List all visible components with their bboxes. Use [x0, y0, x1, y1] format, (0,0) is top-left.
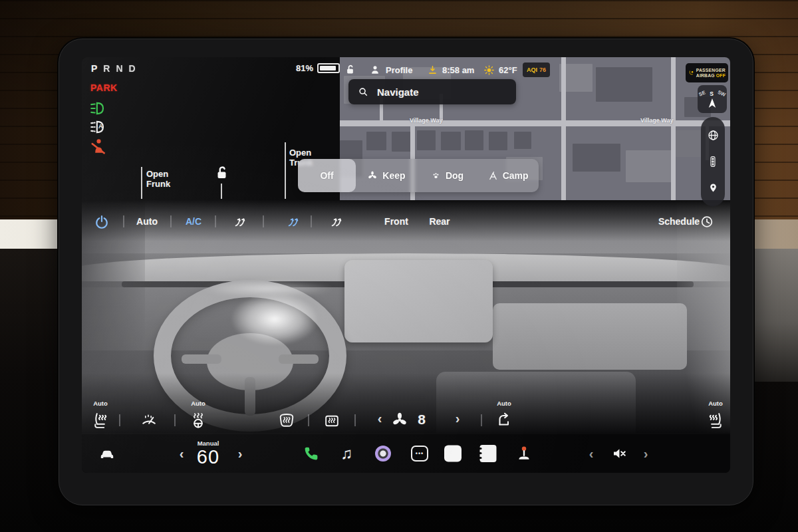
map-building	[489, 132, 507, 150]
compass-letter: S	[710, 90, 714, 97]
right-gray-panel	[749, 249, 798, 382]
app-square-icon	[444, 446, 462, 462]
screen-bezel: PRND PARK A	[59, 39, 753, 505]
media-app-icon	[375, 446, 391, 462]
gear-p[interactable]: P	[91, 63, 97, 74]
fan-speed-increase-button[interactable]: ›	[456, 412, 460, 425]
tent-icon	[488, 171, 498, 181]
power-icon	[94, 214, 110, 229]
keep-option-keep[interactable]: Keep	[356, 159, 417, 192]
seatbelt-warning-icon	[89, 138, 108, 155]
temperature-increase-button[interactable]: ›	[238, 447, 243, 460]
media-app-button[interactable]	[375, 446, 391, 462]
keep-option-camp[interactable]: Camp	[477, 159, 539, 192]
joystick-icon	[515, 445, 533, 462]
map-building	[626, 150, 672, 182]
street-label: Village Way	[410, 117, 443, 124]
temperature-decrease-button[interactable]: ‹	[180, 447, 184, 460]
paw-icon	[431, 171, 441, 181]
aqi-badge: AQI76	[523, 63, 550, 77]
schedule-clock-icon[interactable]	[700, 211, 714, 231]
navigate-search[interactable]: Navigate	[348, 79, 516, 104]
fan-speed-icon	[392, 412, 408, 428]
driver-seat-heater-button[interactable]	[92, 412, 110, 430]
keep-option-dog[interactable]: Dog	[417, 159, 478, 192]
front-climate-tab[interactable]: Front	[384, 211, 408, 231]
map-building	[514, 132, 531, 149]
open-frunk-button[interactable]: OpenFrunk	[146, 169, 170, 189]
front-defrost-icon	[278, 412, 296, 430]
rear-defrost-button[interactable]	[323, 412, 341, 430]
ellipsis-icon: •••	[411, 446, 428, 462]
climate-quick-controls: Auto Auto	[82, 400, 730, 433]
low-beam-indicator-icon	[89, 100, 108, 117]
unlock-icon[interactable]	[213, 164, 229, 182]
music-app-button[interactable]: ♫	[340, 444, 352, 463]
climate-auto-button[interactable]: Auto	[136, 211, 158, 231]
traffic-toggle-button[interactable]	[708, 155, 718, 168]
phone-app-button[interactable]	[303, 446, 320, 462]
wiper-icon	[140, 412, 157, 428]
arcade-app-button[interactable]	[515, 445, 533, 462]
passenger-seat-heater-button[interactable]	[707, 412, 725, 430]
front-defrost-button[interactable]	[278, 412, 296, 430]
wiper-button[interactable]	[140, 412, 157, 428]
map-building	[596, 67, 652, 102]
air-distribution-mid-button[interactable]	[286, 211, 301, 231]
cabin-temperature-control[interactable]: Manual 60	[197, 440, 219, 467]
map-road	[671, 57, 676, 200]
keep-climate-selector: Off Keep Dog Camp	[298, 159, 539, 192]
vent-arrows-icon	[233, 214, 247, 229]
volume-up-button[interactable]: ›	[644, 447, 648, 460]
aqi-value: 76	[539, 66, 546, 73]
climate-power-button[interactable]	[94, 211, 110, 231]
compass-widget[interactable]: SE S SW	[698, 85, 727, 113]
gear-n[interactable]: N	[116, 63, 122, 74]
keep-option-off[interactable]: Off	[298, 159, 356, 192]
outside-temperature[interactable]: 62°F	[483, 63, 517, 77]
touchscreen-display[interactable]: PRND PARK A	[82, 57, 730, 473]
rear-defrost-icon	[323, 412, 341, 430]
map-building	[366, 132, 386, 150]
airbag-word2: AIRBAG	[696, 73, 715, 78]
battery-percent: 81%	[296, 63, 313, 73]
street-label: Village Way	[640, 117, 674, 124]
volume-down-button[interactable]: ‹	[589, 447, 594, 460]
recirculation-auto-label: Auto	[497, 400, 511, 407]
notebook-icon	[480, 445, 497, 462]
air-recirculation-button[interactable]	[495, 412, 513, 429]
vehicle-controls-button[interactable]	[97, 445, 117, 462]
schedule-button[interactable]: Schedule	[658, 211, 700, 231]
car-icon	[97, 445, 117, 462]
trunk-pointer-line	[285, 142, 286, 199]
ac-button[interactable]: A/C	[186, 211, 201, 231]
map-style-globe-button[interactable]	[707, 129, 720, 142]
aqi-label: AQI	[527, 66, 537, 73]
compass-letter: SW	[716, 89, 726, 98]
heated-steering-wheel-button[interactable]	[190, 412, 207, 430]
volume-mute-button[interactable]	[610, 446, 628, 462]
rear-climate-tab[interactable]: Rear	[429, 211, 450, 231]
profile-menu[interactable]: Profile	[369, 63, 412, 77]
fan-speed-decrease-button[interactable]: ‹	[378, 412, 382, 425]
location-pin-button[interactable]	[708, 182, 719, 194]
air-distribution-face-button[interactable]	[233, 211, 247, 231]
vent-arrows-icon-active	[286, 214, 301, 229]
heading-arrow-icon	[708, 98, 717, 108]
software-update-status[interactable]: 8:58 am	[427, 63, 474, 77]
temperature-value: 62°F	[499, 65, 517, 75]
all-apps-button[interactable]: •••	[411, 446, 428, 462]
notes-app-button[interactable]	[480, 445, 497, 462]
photo-of-tesla-touchscreen: PRND PARK A	[0, 0, 798, 532]
map-building	[417, 130, 436, 150]
map-building	[441, 132, 461, 150]
fan-icon	[367, 170, 378, 181]
lock-icon[interactable]	[344, 63, 356, 77]
gear-d[interactable]: D	[129, 63, 136, 74]
pinned-app-button[interactable]	[444, 446, 462, 462]
passenger-dash-panel	[493, 303, 687, 370]
gear-selector[interactable]: PRND	[91, 63, 142, 74]
air-distribution-feet-button[interactable]	[329, 211, 344, 231]
gear-r[interactable]: R	[103, 63, 110, 74]
passenger-airbag-badge: PASSENGERAIRBAGOFF	[686, 63, 728, 82]
